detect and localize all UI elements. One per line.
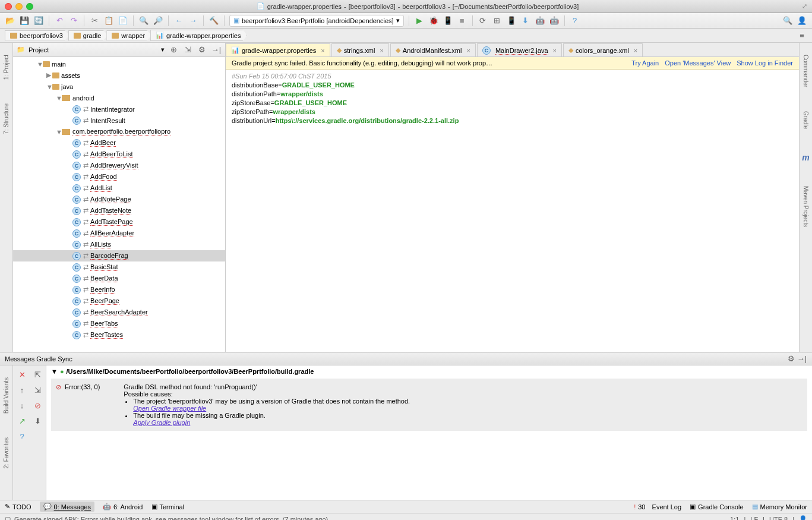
project-tree[interactable]: ▼ main ▶ assets ▼ java ▼android C⇄ Inten… — [13, 57, 225, 352]
undo-icon[interactable]: ↶ — [54, 15, 65, 26]
tree-class[interactable]: C⇄ AddBeerToList — [13, 149, 225, 160]
avd-manager-icon[interactable]: 📱 — [506, 15, 517, 26]
tree-class[interactable]: C⇄ AddTastePage — [13, 216, 225, 228]
tree-class[interactable]: C⇄ IntentIntegrator — [13, 103, 225, 115]
tab-memory-monitor[interactable]: ▤Memory Monitor — [752, 503, 807, 510]
collapse-icon[interactable]: ⇲ — [31, 383, 44, 396]
apply-plugin-link[interactable]: Apply Gradle plugin — [133, 419, 190, 426]
up-icon[interactable]: ↑ — [15, 383, 29, 396]
tree-class[interactable]: C⇄ AddList — [13, 182, 225, 194]
tree-class[interactable]: C⇄ BeerData — [13, 273, 225, 284]
help-icon[interactable]: ? — [15, 430, 29, 443]
tree-class[interactable]: C⇄ AddFood — [13, 171, 225, 182]
user-icon[interactable]: 👤 — [797, 15, 807, 26]
help-icon[interactable]: ? — [570, 15, 580, 26]
tree-class[interactable]: C⇄ BeerSearchAdapter — [13, 307, 225, 318]
tree-class[interactable]: C⇄ AllBeerAdapter — [13, 228, 225, 239]
search-everywhere-icon[interactable]: 🔍 — [782, 15, 793, 26]
tree-class[interactable]: C⇄ AddTasteNote — [13, 205, 225, 216]
tree-class[interactable]: C⇄ BeerTastes — [13, 329, 225, 341]
tree-class[interactable]: C⇄ BeerTabs — [13, 318, 225, 329]
tab-android[interactable]: 🤖6: Android — [103, 503, 143, 510]
monitor-icon[interactable]: 🤖 — [549, 15, 560, 26]
editor-content[interactable]: #Sun Feb 15 00:57:00 ChST 2015 distribut… — [226, 70, 799, 352]
tree-pkg-beerportfolio[interactable]: ▼com.beerportfolio.beerportfoliopro — [13, 126, 225, 137]
gutter-gradle[interactable]: Gradle — [802, 111, 809, 129]
editor-tab[interactable]: ◆colors_orange.xml× — [563, 43, 643, 56]
run-icon[interactable]: ▶ — [414, 15, 425, 26]
run-config-selector[interactable]: ▣ beerportfoliov3:BeerPprtfolio [android… — [229, 15, 404, 27]
close-tab-icon[interactable]: × — [380, 47, 383, 54]
toolbar-menu-icon[interactable]: ≡ — [797, 30, 807, 41]
fullscreen-icon[interactable]: ⤢ — [802, 2, 807, 10]
close-window-button[interactable] — [5, 3, 12, 10]
breadcrumb[interactable]: 📊gradle-wrapper.properties — [150, 30, 247, 41]
editor-tab[interactable]: CMainDrawer2.java× — [477, 43, 562, 56]
build-icon[interactable]: 🔨 — [208, 15, 219, 26]
open-icon[interactable]: 📂 — [5, 15, 15, 26]
forward-icon[interactable]: → — [188, 15, 198, 26]
export-icon[interactable]: ↗ — [15, 414, 29, 427]
expand-icon[interactable]: ⇱ — [31, 368, 44, 381]
filter-icon[interactable]: ⊘ — [31, 399, 44, 412]
editor-tab[interactable]: ◆strings.xml× — [331, 43, 389, 56]
replace-icon[interactable]: 🔎 — [153, 15, 163, 26]
editor-tab[interactable]: ◆AndroidManifest.xml× — [390, 43, 476, 56]
breadcrumb[interactable]: beerportfoliov3 — [5, 30, 69, 41]
try-again-link[interactable]: Try Again — [631, 59, 659, 67]
tree-class[interactable]: C⇄ AddBreweryVisit — [13, 160, 225, 171]
tree-class[interactable]: C⇄ BeerInfo — [13, 284, 225, 295]
sync-icon[interactable]: 🔄 — [33, 15, 44, 26]
chevron-down-icon[interactable]: ▾ — [161, 46, 165, 53]
gutter-structure[interactable]: 7: Structure — [3, 103, 10, 134]
maven-m-icon[interactable]: m — [802, 153, 809, 162]
cut-icon[interactable]: ✂ — [89, 15, 100, 26]
caret-position[interactable]: 1:1 — [730, 516, 739, 521]
settings-icon[interactable]: ⚙ — [786, 354, 797, 364]
tree-class[interactable]: C⇄ BasicStat — [13, 261, 225, 273]
gutter-favorites[interactable]: 2: Favorites — [3, 437, 10, 468]
tree-class[interactable]: C⇄ IntentResult — [13, 115, 225, 126]
gutter-build-variants[interactable]: Build Variants — [3, 377, 10, 414]
messages-content[interactable]: ▼● /Users/Mike/Documents/beerPortfolio/b… — [46, 365, 812, 500]
tab-messages[interactable]: 💬0: Messages — [40, 502, 94, 512]
tab-event-log[interactable]: !30 Event Log — [634, 503, 681, 510]
zoom-window-button[interactable] — [26, 3, 33, 10]
inspections-icon[interactable]: 👤 — [799, 515, 807, 520]
tab-terminal[interactable]: ▣Terminal — [151, 503, 185, 510]
scroll-from-source-icon[interactable]: ⊕ — [168, 45, 179, 55]
tree-folder-assets[interactable]: ▶ assets — [13, 70, 225, 81]
gutter-maven[interactable]: Maven Projects — [802, 186, 809, 227]
show-log-link[interactable]: Show Log in Finder — [737, 59, 793, 67]
collapse-icon[interactable]: ⇲ — [182, 45, 193, 55]
sync-gradle-icon[interactable]: ⟳ — [478, 15, 488, 26]
back-icon[interactable]: ← — [173, 15, 184, 26]
messages-file-path[interactable]: /Users/Mike/Documents/beerPortfolio/beer… — [67, 368, 314, 375]
file-encoding[interactable]: UTF-8 — [769, 516, 788, 521]
tree-class[interactable]: C⇄ BeerPage — [13, 295, 225, 307]
debug-icon[interactable]: 🐞 — [428, 15, 439, 26]
breadcrumb[interactable]: gradle — [68, 30, 108, 41]
save-icon[interactable]: 💾 — [19, 15, 30, 26]
tree-class[interactable]: C⇄ BarcodeFrag — [13, 250, 225, 261]
breadcrumb[interactable]: wrapper — [106, 30, 151, 41]
statusbar-tool-windows-icon[interactable]: ▢ — [5, 515, 11, 520]
ddms-icon[interactable]: 🤖 — [535, 15, 545, 26]
hide-panel-icon[interactable]: →| — [797, 354, 807, 364]
copy-icon[interactable]: 📋 — [103, 15, 114, 26]
tree-class[interactable]: C⇄ AddBeer — [13, 137, 225, 149]
settings-icon[interactable]: ⚙ — [197, 45, 207, 55]
find-icon[interactable]: 🔍 — [138, 15, 149, 26]
attach-debugger-icon[interactable]: 📱 — [443, 15, 453, 26]
tree-folder-main[interactable]: ▼ main — [13, 58, 225, 70]
open-messages-link[interactable]: Open 'Messages' View — [665, 59, 731, 67]
gutter-project[interactable]: 1: Project — [3, 55, 10, 80]
close-tab-icon[interactable]: × — [321, 47, 324, 54]
down-icon[interactable]: ↓ — [15, 399, 29, 412]
redo-icon[interactable]: ↷ — [68, 15, 79, 26]
tab-gradle-console[interactable]: ▣Gradle Console — [690, 503, 743, 510]
tree-folder-java[interactable]: ▼ java — [13, 81, 225, 92]
line-separator[interactable]: LF — [750, 516, 758, 521]
stop-icon[interactable]: ■ — [457, 15, 467, 26]
project-structure-icon[interactable]: ⊞ — [492, 15, 503, 26]
